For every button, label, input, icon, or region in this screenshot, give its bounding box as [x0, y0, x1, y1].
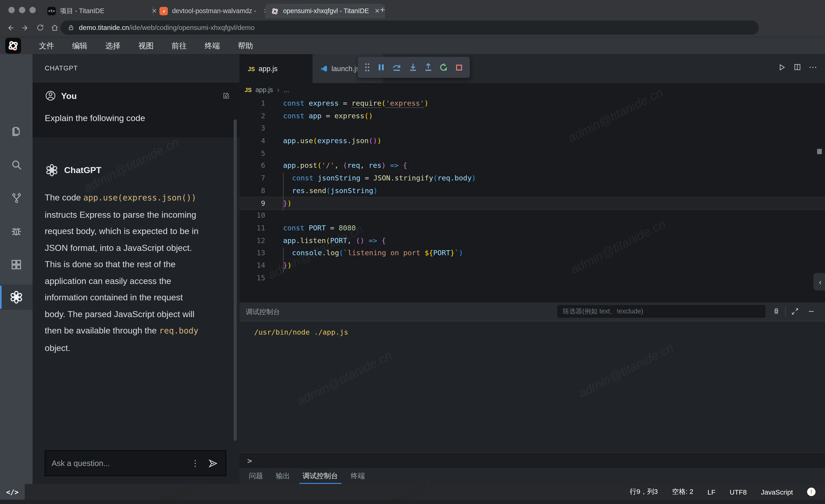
status-item[interactable]: 行9，列3: [629, 487, 658, 497]
tab-label: app.js: [258, 65, 277, 73]
browser-tab-strip: <t> 项目 - TitanIDE ✕ devtool-postman-walv…: [0, 0, 825, 18]
browser-tab-2[interactable]: devtool-postman-walvamdz - ✕: [154, 4, 274, 18]
chatgpt-sidebar-icon[interactable]: [0, 285, 33, 310]
menu-item[interactable]: 选择: [105, 41, 121, 50]
run-play-icon[interactable]: [777, 63, 786, 71]
new-tab-button[interactable]: +: [380, 5, 385, 15]
editor-actions: ⋯: [777, 62, 818, 72]
status-item[interactable]: 空格: 2: [672, 487, 693, 497]
send-icon[interactable]: [208, 458, 218, 469]
input-options-kebab-icon[interactable]: ⋮: [191, 458, 200, 468]
search-icon[interactable]: [0, 152, 33, 177]
split-editor-icon[interactable]: [794, 63, 801, 71]
browser-tab-active[interactable]: opensumi-xhxqfgvl - TitanIDE ✕: [265, 4, 385, 18]
debug-toolbar: [358, 57, 470, 78]
code-editor[interactable]: 1const express = require('express')2cons…: [239, 96, 825, 303]
editor-scrollbar-thumb[interactable]: [817, 149, 822, 154]
back-icon[interactable]: [3, 20, 18, 35]
code-line-10[interactable]: 10: [239, 209, 825, 222]
console-title: 调试控制台: [246, 307, 280, 317]
home-icon[interactable]: [48, 20, 62, 35]
code-line-5[interactable]: 5: [239, 147, 825, 160]
ask-question-input[interactable]: Ask a question... ⋮: [45, 450, 226, 476]
panel-tab[interactable]: 调试控制台: [299, 468, 342, 484]
line-number: 3: [239, 122, 265, 135]
close-tab-icon[interactable]: ✕: [375, 7, 380, 15]
ide-menubar: 文件编辑选择视图前往终端帮助: [0, 37, 825, 54]
source-control-icon[interactable]: [0, 185, 33, 211]
menu-item[interactable]: 帮助: [238, 41, 253, 50]
explorer-files-icon[interactable]: [0, 119, 33, 144]
breadcrumb-file[interactable]: app.js: [255, 86, 273, 93]
toolbar-grip-handle[interactable]: [365, 63, 370, 72]
code-line-2[interactable]: 2const app = express(): [239, 110, 825, 122]
code-line-12[interactable]: 12app.listen(PORT, () => {: [239, 234, 825, 247]
code-line-15[interactable]: 15: [239, 272, 825, 284]
tab-title: 项目 - TitanIDE: [60, 7, 147, 16]
indent-guide: [283, 248, 283, 272]
code-line-14[interactable]: 14}): [239, 259, 825, 272]
editor-more-kebab-icon[interactable]: ⋯: [809, 62, 818, 72]
close-window-button[interactable]: [8, 7, 15, 13]
debug-step-into-icon[interactable]: [408, 63, 417, 72]
debug-bug-icon[interactable]: [0, 219, 33, 244]
code-line-7[interactable]: 7const jsonString = JSON.stringify(req.b…: [239, 172, 825, 185]
line-number: 6: [239, 160, 265, 172]
answer-text: object.: [45, 343, 70, 352]
clear-console-icon[interactable]: [770, 305, 782, 318]
console-repl-row[interactable]: >: [239, 452, 825, 469]
chatgpt-panel-header: CHATGPT: [33, 54, 239, 82]
panel-tab[interactable]: 终端: [348, 468, 368, 484]
panel-tab[interactable]: 输出: [273, 468, 293, 484]
panel-tab[interactable]: 问题: [246, 468, 266, 484]
menu-item[interactable]: 前往: [171, 41, 187, 50]
right-panel-collapse-handle[interactable]: ‹: [814, 273, 825, 290]
line-number: 8: [239, 185, 265, 197]
code-line-6[interactable]: 6app.post('/', (req, res) => {: [239, 160, 825, 172]
editor-tab-appjs[interactable]: JS app.js: [239, 54, 321, 83]
chat-scrollbar[interactable]: [234, 119, 237, 441]
reload-icon[interactable]: [33, 20, 48, 35]
code-line-13[interactable]: 13console.log(`listening on port ${PORT}…: [239, 247, 825, 259]
minimize-panel-icon[interactable]: [805, 305, 818, 318]
breadcrumb[interactable]: JS app.js › ...: [239, 83, 825, 96]
notification-warning-icon[interactable]: !: [807, 488, 816, 496]
edit-message-icon[interactable]: [223, 92, 230, 99]
url-host: demo.titanide.cn: [79, 24, 129, 31]
forward-icon[interactable]: [18, 20, 33, 35]
console-filter-input[interactable]: 筛选器(例如 text、!exclude): [557, 305, 766, 318]
debug-console-output[interactable]: /usr/bin/node ./app.js: [239, 321, 825, 453]
maximize-panel-icon[interactable]: [789, 305, 801, 318]
line-number: 4: [239, 135, 265, 147]
debug-step-out-icon[interactable]: [424, 63, 433, 72]
status-code-toggle[interactable]: </>: [0, 484, 25, 500]
debug-stop-icon[interactable]: [455, 63, 463, 71]
status-item[interactable]: JavaScript: [761, 488, 793, 496]
url-field[interactable]: demo.titanide.cn/ide/web/coding/opensumi…: [61, 20, 759, 35]
debug-pause-icon[interactable]: [377, 63, 385, 72]
minimize-window-button[interactable]: [19, 7, 25, 13]
repl-prompt: >: [247, 456, 252, 466]
code-line-1[interactable]: 1const express = require('express'): [239, 97, 825, 110]
debug-step-over-icon[interactable]: [392, 63, 401, 72]
menu-item[interactable]: 视图: [138, 41, 154, 50]
window-controls[interactable]: [8, 6, 40, 15]
zoom-window-button[interactable]: [29, 7, 36, 13]
debug-restart-icon[interactable]: [439, 63, 448, 72]
extensions-icon[interactable]: [0, 252, 33, 277]
status-item[interactable]: UTF8: [730, 488, 747, 496]
browser-tab-1[interactable]: <t> 项目 - TitanIDE ✕: [42, 4, 162, 18]
user-question-text: Explain the following code: [33, 101, 239, 123]
titanide-logo[interactable]: [5, 38, 21, 54]
menu-item[interactable]: 文件: [39, 41, 54, 50]
code-line-8[interactable]: 8res.send(jsonString): [239, 185, 825, 197]
status-item[interactable]: LF: [707, 488, 716, 496]
code-line-3[interactable]: 3: [239, 122, 825, 135]
code-line-9[interactable]: 9}): [239, 197, 825, 209]
menu-item[interactable]: 终端: [205, 41, 220, 50]
code-line-11[interactable]: 11const PORT = 8080: [239, 222, 825, 234]
breadcrumb-more[interactable]: ...: [284, 86, 289, 93]
tab-title: devtool-postman-walvamdz -: [172, 7, 259, 15]
code-line-4[interactable]: 4app.use(express.json()): [239, 135, 825, 147]
menu-item[interactable]: 编辑: [72, 41, 87, 50]
